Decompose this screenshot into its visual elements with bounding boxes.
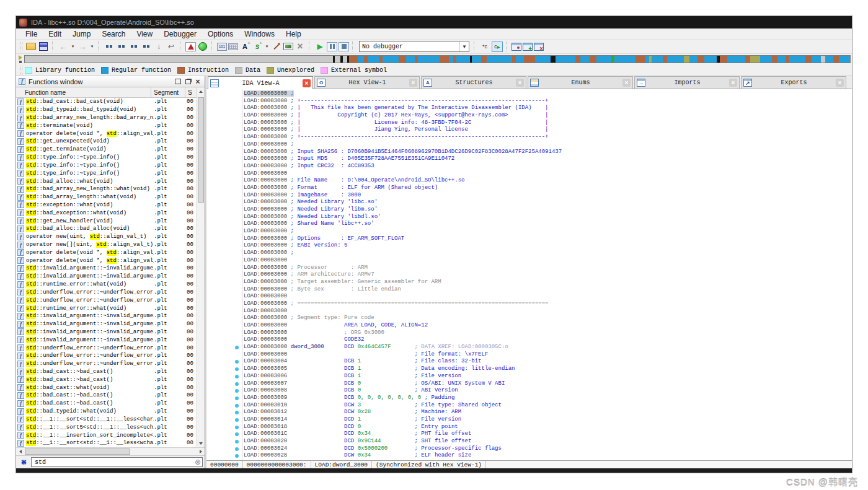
function-row[interactable]: fstd::bad_array_new_length::what(void).p… <box>16 185 197 193</box>
disasm-line[interactable]: LOAD:00003007 DCB 0 ; OS/ABI: UNIX Syste… <box>206 380 852 388</box>
disasm-line[interactable]: LOAD:00003000 ; Needed Library 'libc.so' <box>206 199 852 206</box>
search-again-icon[interactable] <box>141 41 152 52</box>
function-row[interactable]: fstd::bad_cast::~bad_cast().plt00 <box>16 400 197 408</box>
disasm-line[interactable]: LOAD:0000301C DCD 0x34 ; PHT file offset <box>206 431 852 438</box>
function-row[interactable]: fstd::bad_typeid::bad_typeid(void).plt00 <box>16 106 197 114</box>
navigate-forward-icon[interactable] <box>77 41 88 52</box>
function-row[interactable]: fstd::runtime_error::what(void).plt00 <box>16 304 197 312</box>
close-window-icon[interactable] <box>534 43 544 51</box>
patch-program-icon[interactable] <box>283 43 293 50</box>
function-row[interactable]: fstd::bad_exception::what(void).plt00 <box>16 209 197 217</box>
function-row[interactable]: fstd::bad_array_length::what(void).plt00 <box>16 193 197 201</box>
disasm-line[interactable]: LOAD:00003010 DCW 3 ; File type: Shared … <box>206 402 852 409</box>
function-row[interactable]: fstd::invalid_argument::~invalid_argume…… <box>16 328 197 336</box>
tab-structures[interactable]: Structures× <box>421 76 526 89</box>
run-script-icon[interactable] <box>252 41 263 52</box>
problem-list-icon[interactable] <box>185 42 196 51</box>
disasm-line[interactable]: LOAD:00003000 ; Options : EF_ARM_SOFT_FL… <box>206 235 852 243</box>
disasm-line[interactable]: LOAD:00003000 AREA LOAD, CODE, ALIGN=12 <box>206 322 852 330</box>
disasm-line[interactable]: LOAD:00003000 ; Segment type: Pure code <box>206 315 852 322</box>
function-row[interactable]: foperator new(uint, std::align_val_t).pl… <box>16 233 197 241</box>
disasm-line[interactable]: LOAD:00003000 ; | This file has been gen… <box>206 105 852 112</box>
tab-close-icon[interactable]: × <box>836 79 844 87</box>
function-row[interactable]: fstd::__1::__sort<std::__1::__less<wcha…… <box>16 439 197 447</box>
function-row[interactable]: fstd::underflow_error::~underflow_error(… <box>16 289 197 297</box>
search-text-icon[interactable] <box>116 41 127 52</box>
function-row[interactable]: fstd::type_info::~type_info().plt00 <box>16 154 197 162</box>
function-row[interactable]: foperator delete(void *, std::align_val_… <box>16 248 197 256</box>
breakpoint-pin-icon[interactable] <box>271 41 282 52</box>
function-row[interactable]: fstd::bad_alloc::what(void).plt00 <box>16 177 197 185</box>
function-row[interactable]: fstd::get_unexpected(void).plt00 <box>16 138 197 146</box>
function-row[interactable]: fstd::type_info::~type_info().plt00 <box>16 162 197 170</box>
disasm-line[interactable]: LOAD:00003000 ; ========================… <box>206 300 852 308</box>
function-row[interactable]: fstd::__1::__sort5<std::__1::__less<uch…… <box>16 423 197 431</box>
function-row[interactable]: fstd::type_info::~type_info().plt00 <box>16 169 197 177</box>
scroll-up-icon[interactable] <box>197 87 205 95</box>
scroll-right-icon[interactable] <box>197 448 205 455</box>
function-row[interactable]: fstd::bad_cast::~bad_cast().plt00 <box>16 368 197 376</box>
function-row[interactable]: foperator delete(void *, std::align_val_… <box>16 256 197 265</box>
disasm-line[interactable]: LOAD:00003000 ; Processor : ARM <box>206 265 852 272</box>
disasm-line[interactable]: LOAD:00003000 ; Input MD5 : D405E35F728A… <box>206 155 852 163</box>
disasm-line[interactable]: LOAD:00003000 <box>206 308 852 315</box>
search-immediate-icon[interactable] <box>128 41 140 52</box>
disasm-line[interactable]: LOAD:00003000 <box>206 293 852 300</box>
menu-debugger[interactable]: Debugger <box>158 28 202 39</box>
horizontal-scrollbar-thumb[interactable] <box>25 448 130 455</box>
disasm-line[interactable]: LOAD:00003005 DCB 1 ; Data encoding: lit… <box>206 365 852 373</box>
continue-process-icon[interactable] <box>492 42 503 52</box>
function-row[interactable]: fstd::underflow_error::~underflow_error(… <box>16 352 197 360</box>
function-row[interactable]: fstd::__1::__sort<std::__1::__less<char…… <box>16 416 197 424</box>
debugger-select[interactable]: No debugger <box>359 41 469 52</box>
navigate-back-icon[interactable] <box>58 41 69 52</box>
disasm-line[interactable]: LOAD:00003000 <box>206 170 852 178</box>
disasm-line[interactable]: LOAD:00003018 DCD 0 ; Entry point <box>206 424 852 431</box>
disasm-line[interactable]: LOAD:00003000 ; +-----------------------… <box>206 98 852 105</box>
function-row[interactable]: fstd::get_terminate(void).plt00 <box>16 146 197 154</box>
disasm-line[interactable]: LOAD:00003000 ; Needed Library 'libm.so' <box>206 206 852 214</box>
function-row[interactable]: foperator new[](uint, std::align_val_t).… <box>16 241 197 249</box>
disasm-line[interactable]: LOAD:00003000 ; <box>206 250 852 257</box>
scroll-down-icon[interactable] <box>197 439 205 447</box>
start-process-icon[interactable] <box>314 41 326 52</box>
disasm-line[interactable]: LOAD:00003006 DCB 1 ; File version <box>206 373 852 380</box>
vertical-scrollbar-thumb[interactable] <box>198 97 204 203</box>
vertical-scrollbar[interactable] <box>197 87 205 447</box>
panel-float-icon[interactable] <box>184 77 192 85</box>
dropdown-caret-icon[interactable] <box>459 42 469 51</box>
tab-close-icon[interactable]: × <box>729 79 737 87</box>
disasm-line[interactable]: LOAD:00003000 ; Imagebase : 3000 <box>206 192 852 199</box>
disasm-line[interactable]: LOAD:00003020 DCD 0x9C144 ; SHT file off… <box>206 438 852 445</box>
tab-imports[interactable]: Imports× <box>634 76 740 89</box>
function-row[interactable]: fstd::underflow_error::~underflow_error(… <box>16 296 197 304</box>
disasm-line[interactable]: LOAD:00003000 dword_3000 DCD 0x464C457F … <box>206 344 852 351</box>
disasm-line[interactable]: LOAD:00003000 ; <box>206 90 852 98</box>
disasm-line[interactable]: LOAD:00003000 ; Byte sex : Little endian <box>206 286 852 294</box>
navigation-band[interactable] <box>24 55 851 63</box>
open-file-icon[interactable] <box>25 41 37 52</box>
hex-calc-icon[interactable] <box>217 43 227 51</box>
function-row[interactable]: fstd::bad_array_new_length::bad_array_n…… <box>16 114 197 122</box>
function-row[interactable]: fstd::runtime_error::what(void).plt00 <box>16 281 197 289</box>
function-row[interactable]: fstd::invalid_argument::~invalid_argume…… <box>16 312 197 320</box>
function-row[interactable]: fstd::underflow_error::~underflow_error(… <box>16 344 197 352</box>
disasm-line[interactable]: LOAD:00003000 ; | Copyright (c) 2017 Hex… <box>206 112 852 120</box>
disasm-line[interactable]: LOAD:00003028 DCW 0x34 ; ELF header size <box>206 452 852 460</box>
column-header-start[interactable]: S <box>185 87 197 97</box>
attach-process-icon[interactable] <box>479 41 490 52</box>
disasm-line[interactable]: LOAD:00003000 ; | License info: 48-3FBD-… <box>206 120 852 127</box>
disasm-line[interactable]: LOAD:00003000 ; Target assembler: Generi… <box>206 279 852 286</box>
function-row[interactable]: fstd::bad_alloc::bad_alloc(void).plt00 <box>16 225 197 233</box>
disasm-line[interactable]: LOAD:00003004 DCB 1 ; File class: 32-bit <box>206 358 852 365</box>
save-icon[interactable] <box>38 41 49 52</box>
disasm-line[interactable]: LOAD:00003000 ; <box>206 228 852 235</box>
pause-process-icon[interactable] <box>327 42 337 51</box>
disasm-line[interactable]: LOAD:00003000 ; Format : ELF for ARM (Sh… <box>206 185 852 192</box>
disasm-line[interactable]: LOAD:00003000 CODE32 <box>206 336 852 344</box>
disasm-line[interactable]: LOAD:00003000 ; ARM architecture: ARMv7 <box>206 271 852 279</box>
horizontal-scrollbar[interactable] <box>16 447 205 455</box>
disasm-line[interactable]: LOAD:00003012 DCW 0x28 ; Machine: ARM <box>206 409 852 416</box>
menu-edit[interactable]: Edit <box>43 28 67 39</box>
function-row[interactable]: fstd::__1::__insertion_sort_incomplete<…… <box>16 431 197 439</box>
